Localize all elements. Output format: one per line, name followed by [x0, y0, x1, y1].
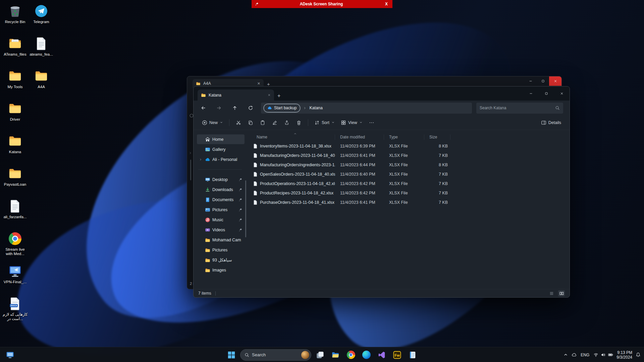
- desktop-icon[interactable]: Driver: [2, 100, 28, 132]
- sidebar-item[interactable]: سیاهکل 93: [197, 255, 245, 265]
- file-row[interactable]: ProductOperations-2023-11-04-18_42.xlsx1…: [251, 179, 565, 188]
- more-options-button[interactable]: [366, 117, 378, 128]
- new-button[interactable]: New: [199, 117, 226, 128]
- file-row[interactable]: ManufacturingOrders-2023-11-04-18_40....…: [251, 151, 565, 160]
- copy-button[interactable]: [245, 117, 257, 128]
- column-header-name[interactable]: Name: [251, 134, 335, 140]
- file-row[interactable]: InventoryItems-2023-11-04-18_38.xlsx11/4…: [251, 141, 565, 151]
- chevron-down-icon: [359, 120, 363, 125]
- details-view-toggle[interactable]: [558, 290, 565, 296]
- sidebar-item[interactable]: Pictures: [197, 245, 245, 255]
- hidden-icons-chevron[interactable]: [563, 352, 568, 357]
- details-panel-icon: [541, 120, 546, 125]
- status-bar: 7 items: [194, 289, 570, 297]
- refresh-button[interactable]: [244, 103, 257, 113]
- language-indicator[interactable]: ENG: [580, 353, 590, 357]
- clock[interactable]: 9:13 PM 9/3/2024: [616, 350, 632, 360]
- desktop-icon[interactable]: PayvastLoan: [2, 165, 28, 197]
- close-button[interactable]: [554, 86, 570, 101]
- new-tab-button[interactable]: +: [277, 93, 280, 99]
- desktop-icon[interactable]: My Tools: [2, 67, 28, 100]
- up-button[interactable]: [228, 103, 241, 113]
- breadcrumb[interactable]: Katana: [309, 106, 323, 110]
- chrome-taskbar-button[interactable]: [344, 348, 358, 362]
- notification-bell-icon[interactable]: [636, 352, 641, 357]
- desktop-icon[interactable]: ATeams_files: [2, 35, 28, 67]
- sort-button[interactable]: Sort: [311, 117, 338, 128]
- task-view-taskbar-button[interactable]: [313, 348, 327, 362]
- back-button[interactable]: [197, 103, 210, 113]
- sidebar-item[interactable]: Ali - Personal: [197, 155, 245, 164]
- pictures-icon: [205, 207, 210, 213]
- maximize-button[interactable]: [539, 86, 554, 101]
- desktop-icon-label: ateams_fea...: [30, 52, 53, 57]
- forward-button[interactable]: [213, 103, 225, 113]
- column-header-type[interactable]: Type: [384, 134, 424, 140]
- share-button[interactable]: [281, 117, 293, 128]
- search-placeholder: Search Katana: [480, 106, 555, 110]
- background-tab-close-icon[interactable]: ✕: [257, 81, 260, 86]
- taskbar-search[interactable]: Search: [240, 349, 311, 361]
- background-close-button[interactable]: [549, 76, 561, 86]
- start-backup-button[interactable]: Start backup: [264, 104, 300, 112]
- sidebar-item[interactable]: Videos: [197, 225, 245, 235]
- list-view-toggle[interactable]: [548, 290, 555, 296]
- sidebar-item[interactable]: Documents: [197, 195, 245, 204]
- sidebar-item[interactable]: Home: [197, 134, 245, 144]
- delete-button[interactable]: [293, 117, 305, 128]
- sidebar-item[interactable]: Images: [197, 265, 245, 275]
- file-row[interactable]: ProductRecipes-2023-11-04-18_42.xlsx11/4…: [251, 188, 565, 198]
- desktop-icon[interactable]: Stream live with Med...: [2, 230, 28, 262]
- tab-close-icon[interactable]: [268, 94, 271, 97]
- desktop-icon-label: Katana: [9, 150, 21, 154]
- sidebar-item[interactable]: Downloads: [197, 185, 245, 194]
- details-button[interactable]: Details: [538, 117, 564, 128]
- edge-taskbar-button[interactable]: [360, 348, 373, 362]
- quick-settings[interactable]: [593, 352, 613, 357]
- sidebar-scrollbar[interactable]: [245, 180, 246, 237]
- file-row[interactable]: PurchaseOrders-2023-11-04-18_41.xlsx11/4…: [251, 198, 565, 207]
- music-icon: [205, 217, 210, 223]
- fireworks-taskbar-button[interactable]: Fw: [390, 348, 404, 362]
- onedrive-cloud-icon[interactable]: [572, 352, 577, 357]
- pin-icon[interactable]: [255, 2, 259, 6]
- desktop-icon[interactable]: Recycle Bin: [2, 2, 28, 35]
- minimize-button[interactable]: [523, 86, 539, 101]
- sidebar-item[interactable]: Mohamad Cam: [197, 235, 245, 245]
- cut-button[interactable]: [232, 117, 245, 128]
- column-header-date-modified[interactable]: Date modified: [335, 134, 384, 140]
- search-input[interactable]: Search Katana: [476, 103, 563, 114]
- desktop-icon[interactable]: ateams_fea...: [28, 35, 54, 67]
- clock-time: 9:13 PM: [616, 350, 632, 355]
- sidebar-item[interactable]: Music: [197, 215, 245, 225]
- paste-button[interactable]: [257, 117, 269, 128]
- pin-icon: [238, 228, 243, 232]
- file-explorer-taskbar-button[interactable]: [329, 348, 342, 362]
- address-bar[interactable]: Start backup Katana: [261, 103, 472, 114]
- view-button[interactable]: View: [338, 117, 366, 128]
- visual-studio-taskbar-button[interactable]: [375, 348, 388, 362]
- sidebar-item[interactable]: Gallery: [197, 144, 245, 154]
- desktop-icon[interactable]: A4A: [28, 67, 54, 100]
- banner-close-button[interactable]: X: [384, 2, 389, 6]
- rename-button[interactable]: [269, 117, 281, 128]
- file-type: XLSX File: [384, 153, 424, 158]
- desktop-icon[interactable]: Katana: [2, 132, 28, 165]
- desktop-icon[interactable]: ali_farzanfa...: [2, 197, 28, 230]
- start-button[interactable]: [225, 348, 238, 362]
- background-scrollbar[interactable]: [190, 160, 191, 180]
- column-header-size[interactable]: Size: [424, 134, 450, 140]
- background-minimize-button[interactable]: [524, 76, 537, 86]
- explorer-tab-katana[interactable]: Katana: [198, 89, 274, 101]
- file-row[interactable]: ManufacturingOrdersIngredients-2023-1...…: [251, 160, 565, 170]
- sidebar-item[interactable]: Pictures: [197, 205, 245, 215]
- desktop-icon[interactable]: Telegram: [28, 2, 54, 35]
- file-type: XLSX File: [384, 172, 424, 177]
- notepad-taskbar-button[interactable]: [406, 348, 419, 362]
- background-maximize-button[interactable]: [537, 76, 549, 86]
- desktop-icon[interactable]: VPN-Final_...: [2, 262, 28, 295]
- sidebar-item[interactable]: Desktop: [197, 175, 245, 184]
- file-row[interactable]: OpenSalesOrders-2023-11-04-18_40.xlsx11/…: [251, 170, 565, 179]
- taskbar-corner-app-icon[interactable]: [5, 350, 14, 359]
- desktop-icon[interactable]: DOCXکارهایی که لازم است در...: [2, 295, 28, 327]
